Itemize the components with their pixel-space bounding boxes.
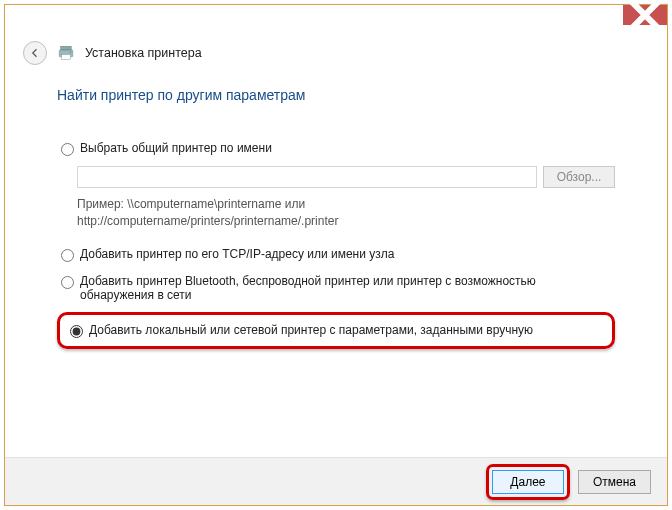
wizard-window: Установка принтера Найти принтер по друг… [4, 4, 668, 506]
back-button[interactable] [23, 41, 47, 65]
header: Установка принтера [5, 33, 667, 79]
printer-name-row: Обзор... [77, 166, 615, 188]
radio-manual[interactable] [70, 325, 83, 338]
close-button[interactable] [623, 5, 667, 25]
titlebar [5, 5, 667, 33]
option-manual[interactable]: Добавить локальный или сетевой принтер с… [66, 321, 606, 340]
option-shared-by-name-label: Выбрать общий принтер по имени [80, 141, 272, 155]
content-area: Найти принтер по другим параметрам Выбра… [5, 79, 667, 349]
option-bluetooth[interactable]: Добавить принтер Bluetooth, беспроводной… [57, 272, 615, 304]
svg-point-3 [70, 52, 72, 54]
footer: Далее Отмена [5, 457, 667, 505]
browse-button: Обзор... [543, 166, 615, 188]
highlight-manual-option: Добавить локальный или сетевой принтер с… [57, 312, 615, 349]
next-button[interactable]: Далее [492, 470, 564, 494]
option-bluetooth-label: Добавить принтер Bluetooth, беспроводной… [80, 274, 611, 302]
option-tcpip-label: Добавить принтер по его TCP/IP-адресу ил… [80, 247, 394, 261]
svg-rect-0 [61, 46, 72, 50]
radio-tcpip[interactable] [61, 249, 74, 262]
example-text: Пример: \\computername\printername или h… [77, 196, 615, 231]
window-title: Установка принтера [85, 46, 202, 60]
svg-rect-2 [62, 55, 71, 60]
radio-bluetooth[interactable] [61, 276, 74, 289]
cancel-button[interactable]: Отмена [578, 470, 651, 494]
option-tcpip[interactable]: Добавить принтер по его TCP/IP-адресу ил… [57, 245, 615, 264]
page-heading: Найти принтер по другим параметрам [57, 87, 615, 103]
printer-name-input[interactable] [77, 166, 537, 188]
radio-shared-by-name[interactable] [61, 143, 74, 156]
highlight-next-button: Далее [486, 464, 570, 500]
option-shared-by-name[interactable]: Выбрать общий принтер по имени [57, 139, 615, 158]
printer-icon [57, 44, 75, 62]
option-manual-label: Добавить локальный или сетевой принтер с… [89, 323, 533, 337]
